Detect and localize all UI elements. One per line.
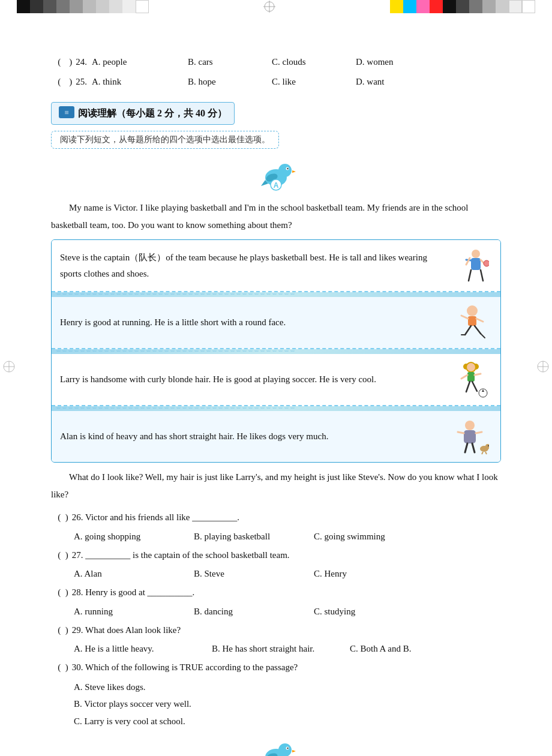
svg-point-12 (278, 164, 292, 177)
q25-bracket-close: ) (69, 74, 72, 90)
q24-opt-d: D. women (356, 54, 394, 70)
svg-point-61 (287, 748, 288, 749)
reading-section-header: ≡ 阅读理解（每小题 2 分，共 40 分） (51, 102, 235, 125)
svg-line-31 (476, 319, 483, 322)
svg-line-35 (481, 334, 485, 338)
q25-opt-c: C. like (272, 74, 356, 90)
q24-opt-a: A. people (92, 54, 188, 70)
q24-opt-b: B. cars (188, 54, 272, 70)
steve-text: Steve is the captain（队长）of the team beca… (60, 250, 450, 282)
bird-a-decoration: A (51, 156, 501, 193)
svg-text:≡: ≡ (64, 108, 68, 117)
q28-line: ( ) 28. Henry is good at __________. (51, 584, 501, 601)
wavy-div-1: 〰〰〰〰〰〰〰〰〰〰〰〰〰〰〰〰〰〰〰〰〰〰〰〰〰〰〰〰〰〰〰〰〰〰〰〰〰〰〰〰 (52, 292, 500, 297)
steve-image (450, 246, 492, 285)
svg-point-14 (287, 168, 288, 169)
wavy-div-3: 〰〰〰〰〰〰〰〰〰〰〰〰〰〰〰〰〰〰〰〰〰〰〰〰〰〰〰〰〰〰〰〰〰〰〰〰〰〰〰〰 (52, 406, 500, 411)
section-icon: ≡ (59, 106, 74, 121)
larry-text: Larry is handsome with curly blonde hair… (60, 371, 450, 388)
svg-rect-48 (464, 430, 476, 443)
q25-opt-d: D. want (356, 74, 385, 90)
q29-choices: A. He is a little heavy. B. He has short… (74, 641, 501, 657)
svg-point-57 (488, 445, 489, 446)
question-25-line: ( ) 25. A. think B. hope C. like D. want (51, 74, 501, 90)
q29-line: ( ) 29. What does Alan look like? (51, 622, 501, 639)
svg-text:A: A (274, 181, 279, 190)
svg-line-44 (472, 382, 477, 391)
q26-line: ( ) 26. Victor and his friends all like … (51, 509, 501, 526)
svg-marker-15 (292, 170, 296, 173)
svg-line-33 (475, 326, 481, 334)
q24-opt-c: C. clouds (272, 54, 356, 70)
larry-image (450, 360, 492, 399)
section-title: 阅读理解（每小题 2 分，共 40 分） (78, 107, 227, 120)
reading-row-henry: Henry is good at running. He is a little… (52, 297, 500, 349)
svg-point-39 (467, 363, 475, 371)
q27-choices: A. Alan B. Steve C. Henry (74, 566, 501, 582)
wavy-div-2: 〰〰〰〰〰〰〰〰〰〰〰〰〰〰〰〰〰〰〰〰〰〰〰〰〰〰〰〰〰〰〰〰〰〰〰〰〰〰〰〰 (52, 349, 500, 354)
svg-line-26 (481, 270, 483, 281)
q25-bracket-open: ( (51, 74, 61, 90)
svg-point-59 (278, 743, 292, 756)
q24-number: 24. (76, 54, 87, 70)
svg-rect-40 (467, 372, 475, 382)
q24-bracket-space (61, 54, 69, 70)
svg-point-24 (484, 260, 489, 266)
passage-a-closing: What do I look like? Well, my hair is ju… (51, 469, 501, 503)
svg-line-32 (465, 326, 471, 335)
svg-line-41 (461, 375, 467, 379)
reading-row-larry: Larry is handsome with curly blonde hair… (52, 354, 500, 406)
svg-rect-29 (468, 316, 476, 326)
svg-line-42 (475, 374, 481, 375)
q25-opt-a: A. think (92, 74, 188, 90)
q26-choices: A. going shopping B. playing basketball … (74, 529, 501, 545)
alan-text: Alan is kind of heavy and has short stra… (60, 428, 450, 445)
svg-line-25 (469, 270, 471, 281)
svg-line-56 (485, 452, 487, 454)
svg-line-51 (465, 443, 467, 452)
passage-a-intro: My name is Victor. I like playing basket… (51, 199, 501, 233)
henry-image (450, 303, 492, 342)
q24-bracket-open: ( (51, 54, 61, 70)
svg-line-49 (458, 432, 464, 433)
q28-choices: A. running B. dancing C. studying (74, 604, 501, 620)
henry-text: Henry is good at running. He is a little… (60, 314, 450, 331)
svg-line-43 (466, 382, 470, 392)
svg-line-50 (476, 432, 482, 433)
q24-bracket-close: ) (69, 54, 72, 70)
question-24-line: ( ) 24. A. people B. cars C. clouds D. w… (51, 54, 501, 70)
q30-line: ( ) 30. Which of the following is TRUE a… (51, 659, 501, 676)
q27-line: ( ) 27. __________ is the captain of the… (51, 547, 501, 564)
q30-choices: A. Steve likes dogs. B. Victor plays soc… (74, 679, 501, 730)
svg-marker-62 (292, 750, 296, 752)
svg-line-30 (461, 316, 468, 319)
instruction-box: 阅读下列短文，从每题所给的四个选项中选出最佳选项。 (51, 131, 279, 149)
alan-image (450, 417, 492, 456)
q25-bracket-space (61, 74, 69, 90)
bird-b-decoration: B (51, 736, 501, 756)
svg-line-55 (482, 452, 483, 454)
reading-row-alan: Alan is kind of heavy and has short stra… (52, 411, 500, 462)
svg-point-28 (467, 305, 478, 316)
reading-row-steve: Steve is the captain（队长）of the team beca… (52, 240, 500, 292)
q25-number: 25. (76, 74, 87, 90)
svg-point-47 (465, 421, 475, 430)
svg-point-20 (472, 250, 480, 258)
reading-table: Steve is the captain（队长）of the team beca… (51, 239, 501, 463)
svg-line-52 (472, 443, 475, 452)
q25-opt-b: B. hope (188, 74, 272, 90)
